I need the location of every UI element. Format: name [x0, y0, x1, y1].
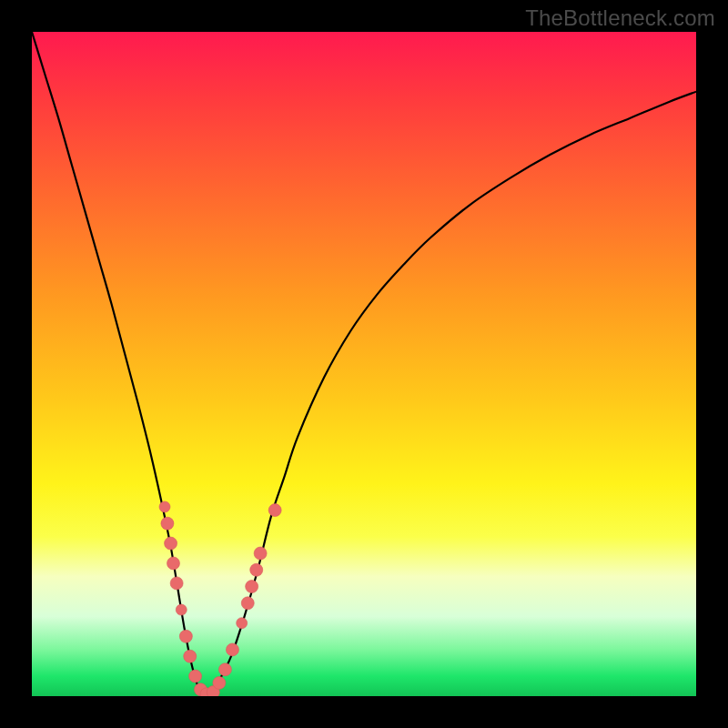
data-dot	[179, 630, 192, 642]
chart-frame: TheBottleneck.com	[0, 0, 728, 728]
data-dots	[159, 501, 281, 696]
data-dot	[176, 604, 187, 615]
data-dot	[254, 547, 267, 560]
data-dot	[161, 517, 174, 530]
plot-area	[32, 32, 696, 696]
data-dot	[213, 676, 226, 689]
data-dot	[189, 670, 202, 682]
data-dot	[167, 557, 179, 570]
data-dot	[246, 581, 258, 593]
data-dot	[170, 577, 183, 590]
data-dot	[241, 597, 254, 610]
data-dot	[159, 501, 170, 512]
watermark-text: TheBottleneck.com	[525, 5, 715, 31]
data-dot	[184, 650, 197, 662]
data-dot	[250, 563, 263, 576]
bottleneck-curve	[32, 32, 696, 696]
data-dot	[268, 504, 281, 517]
curve-svg	[32, 32, 696, 696]
data-dot	[237, 618, 248, 629]
data-dot	[218, 663, 231, 676]
data-dot	[165, 537, 177, 550]
data-dot	[226, 643, 238, 656]
